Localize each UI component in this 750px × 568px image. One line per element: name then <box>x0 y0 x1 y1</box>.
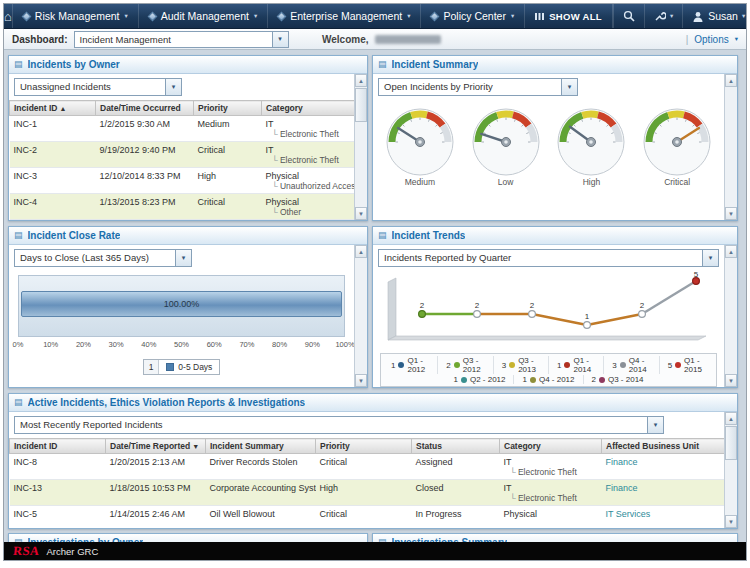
category-cell: IT└ Electronic Theft <box>262 142 355 168</box>
divider: | <box>686 34 689 45</box>
trend-point-label: 5 <box>694 270 699 279</box>
close-rate-filter[interactable]: Days to Close (Last 365 Days) ▾ <box>14 249 192 267</box>
trends-filter[interactable]: Incidents Reported by Quarter ▾ <box>378 249 719 267</box>
search-button[interactable] <box>613 4 644 28</box>
legend-dot <box>398 362 404 368</box>
priority-cell: High <box>194 168 262 194</box>
active-incidents-table-wrap: Incident IDDate/Time Reported▼Incident S… <box>9 438 724 528</box>
user-menu-button[interactable]: Susan ▾ <box>682 4 747 28</box>
gauge-pivot-center <box>418 140 422 144</box>
column-header[interactable]: Date/Time Occurred <box>96 101 194 116</box>
id-cell: INC-13 <box>10 480 106 506</box>
gauge-band <box>583 114 599 115</box>
scroll-up-icon[interactable]: ▲ <box>725 74 737 87</box>
chevron-down-icon[interactable]: ▾ <box>272 32 288 47</box>
column-header[interactable]: Category <box>262 101 355 116</box>
legend-box: 10-5 Days <box>143 359 221 375</box>
dashboard-select[interactable]: Incident Management ▾ <box>74 31 289 48</box>
panel-body: Incidents Reported by Quarter ▾ 222125 1… <box>373 245 724 387</box>
business-unit-link[interactable]: Finance <box>606 457 638 467</box>
scrollbar[interactable]: ▲ ▼ <box>724 245 737 387</box>
id-cell: INC-2 <box>10 142 96 168</box>
table-row[interactable]: INC-81/20/2015 2:13 AMDriver Records Sto… <box>10 454 725 480</box>
options-menu[interactable]: | Options ▾ <box>686 34 738 45</box>
nav-menu-policy-center[interactable]: Policy Center ▾ <box>421 4 525 28</box>
legend-label: Q1 - 2015 <box>684 356 706 374</box>
nav-menu-risk-management[interactable]: Risk Management ▾ <box>13 4 139 28</box>
legend-count: 1 <box>557 361 561 370</box>
chevron-down-icon: ▾ <box>735 36 738 43</box>
legend-dot <box>620 362 626 368</box>
column-header[interactable]: Status <box>412 439 500 454</box>
scroll-down-icon[interactable]: ▼ <box>355 207 367 220</box>
id-cell: INC-5 <box>10 506 106 529</box>
axis-tick-label: 70% <box>239 340 254 349</box>
column-header[interactable]: Priority <box>194 101 262 116</box>
panel-incidents-by-owner: ▤ Incidents by Owner Unassigned Incident… <box>8 55 368 221</box>
column-header[interactable]: Incident ID <box>10 439 106 454</box>
close-rate-bar[interactable]: 100.00% <box>21 291 342 317</box>
scrollbar[interactable]: ▲ ▼ <box>354 245 367 387</box>
priority-cell: Critical <box>316 506 412 529</box>
chevron-down-icon: ▾ <box>670 13 673 20</box>
gauge-medium: Medium <box>377 106 463 187</box>
incident-summary-filter[interactable]: Open Incidents by Priority ▾ <box>378 78 578 96</box>
legend-label: Q4 - 2014 <box>629 356 651 374</box>
column-header[interactable]: Affected Business Unit <box>602 439 725 454</box>
chevron-down-icon[interactable]: ▾ <box>702 250 718 266</box>
scroll-down-icon[interactable]: ▼ <box>725 374 737 387</box>
table-row[interactable]: INC-51/14/2015 2:46 AMOil Well BlowoutCr… <box>10 506 725 529</box>
scroll-up-icon[interactable]: ▲ <box>355 245 367 258</box>
scroll-up-icon[interactable]: ▲ <box>355 74 367 87</box>
nav-menu-audit-management[interactable]: Audit Management ▾ <box>139 4 268 28</box>
status-cell: In Progress <box>412 506 500 529</box>
scrollbar[interactable]: ▲ ▼ <box>354 74 367 220</box>
scroll-up-icon[interactable]: ▲ <box>725 245 737 258</box>
chevron-down-icon[interactable]: ▾ <box>647 417 663 433</box>
axis-tick-label: 50% <box>174 340 189 349</box>
scrollbar[interactable]: ▲ ▼ <box>724 412 737 528</box>
scroll-up-icon[interactable]: ▲ <box>725 412 737 425</box>
gauge-row: MediumLowHighCritical <box>373 106 724 187</box>
scroll-down-icon[interactable]: ▼ <box>355 374 367 387</box>
column-header[interactable]: Incident ID▲ <box>10 101 96 116</box>
home-icon: ⌂ <box>4 9 12 24</box>
business-unit-link[interactable]: Finance <box>606 483 638 493</box>
chevron-down-icon[interactable]: ▾ <box>561 79 577 95</box>
scroll-down-icon[interactable]: ▼ <box>725 515 737 528</box>
legend-entry: 2Q3 - 2012 <box>437 356 492 374</box>
table-row[interactable]: INC-312/10/2014 8:33 PMHighPhysical└ Una… <box>10 168 355 194</box>
nav-menu-label: Risk Management <box>35 10 120 22</box>
app-root: { "nav": { "menus": [ {"label": "Risk Ma… <box>0 0 750 568</box>
chevron-down-icon[interactable]: ▾ <box>175 250 191 266</box>
columns-icon <box>535 12 544 21</box>
user-icon <box>692 11 704 22</box>
nav-menu-enterprise-management[interactable]: Enterprise Management ▾ <box>268 4 421 28</box>
scroll-thumb[interactable] <box>355 88 367 122</box>
column-header[interactable]: Incident Summary <box>206 439 316 454</box>
table-row[interactable]: INC-11/2/2015 9:30 AMMediumIT└ Electroni… <box>10 116 355 142</box>
welcome-message: Welcome, <box>322 34 441 45</box>
scroll-thumb[interactable] <box>725 426 737 460</box>
show-all-button[interactable]: SHOW ALL <box>525 4 613 28</box>
incidents-by-owner-filter[interactable]: Unassigned Incidents ▾ <box>14 78 182 96</box>
table-row[interactable]: INC-41/13/2015 8:23 PMCriticalPhysical└ … <box>10 194 355 220</box>
table-row[interactable]: INC-131/18/2015 10:53 PMCorporate Accoun… <box>10 480 725 506</box>
dashboard-toolbar: Dashboard: Incident Management ▾ Welcome… <box>4 29 746 50</box>
business-unit-link[interactable]: IT Services <box>606 509 651 519</box>
axis-tick-label: 80% <box>272 340 287 349</box>
active-incidents-filter[interactable]: Most Recently Reported Incidents ▾ <box>14 416 664 434</box>
column-header[interactable]: Date/Time Reported▼ <box>106 439 206 454</box>
home-button[interactable]: ⌂ <box>4 4 13 28</box>
scrollbar[interactable]: ▲ ▼ <box>724 74 737 220</box>
table-row[interactable]: INC-29/19/2012 9:40 PMCriticalIT└ Electr… <box>10 142 355 168</box>
column-header[interactable]: Priority <box>316 439 412 454</box>
footer-product-name: Archer GRC <box>47 546 99 557</box>
chevron-down-icon: ▾ <box>742 13 745 20</box>
chevron-down-icon[interactable]: ▾ <box>165 79 181 95</box>
column-header[interactable]: Category <box>500 439 602 454</box>
scroll-down-icon[interactable]: ▼ <box>725 207 737 220</box>
legend-index: 1 <box>144 360 160 374</box>
gauge-low: Low <box>463 106 549 187</box>
tools-menu-button[interactable]: ▾ <box>644 4 682 28</box>
